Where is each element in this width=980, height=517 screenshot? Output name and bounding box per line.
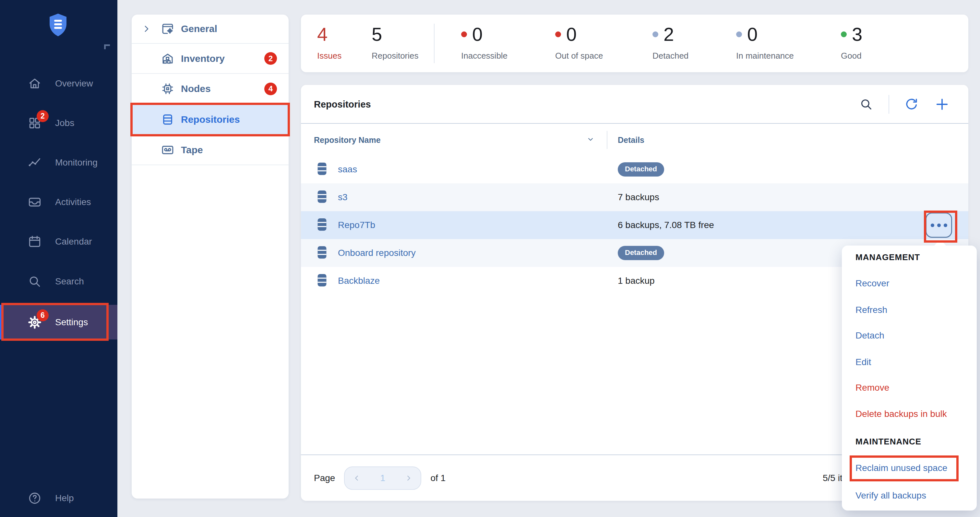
- refresh-icon[interactable]: [904, 96, 920, 113]
- subnav-item-repositories[interactable]: Repositories: [132, 104, 289, 135]
- repository-icon: [317, 217, 328, 233]
- menu-item-edit[interactable]: Edit: [856, 353, 871, 371]
- row-actions-context-menu: MANAGEMENT Recover Refresh Detach Edit R…: [842, 246, 977, 511]
- of-total-label: of 1: [430, 473, 445, 483]
- subnav-item-general[interactable]: General: [132, 14, 289, 44]
- context-menu-section-header: MANAGEMENT: [856, 248, 920, 266]
- repository-icon: [317, 273, 328, 289]
- menu-item-detach[interactable]: Detach: [856, 327, 885, 345]
- menu-item-refresh[interactable]: Refresh: [856, 301, 887, 319]
- status-dot-red: [461, 32, 467, 37]
- subnav-item-nodes[interactable]: Nodes 4: [132, 74, 289, 104]
- repository-details: 6 backups, 7.08 TB free: [618, 220, 714, 230]
- stat-label: Detached: [652, 51, 689, 61]
- column-divider: [607, 131, 608, 149]
- repository-name-link[interactable]: Repo7Tb: [338, 220, 375, 230]
- sidebar-item-search[interactable]: Search: [0, 271, 118, 292]
- menu-item-remove[interactable]: Remove: [856, 379, 889, 397]
- repository-icon: [317, 161, 328, 178]
- column-header-repository-name[interactable]: Repository Name: [314, 135, 381, 145]
- panel-toolbar: [858, 85, 950, 124]
- repository-icon: [317, 245, 328, 261]
- menu-item-reclaim-unused-space[interactable]: Reclaim unused space: [856, 459, 947, 477]
- sidebar-item-jobs[interactable]: 2 Jobs: [0, 113, 118, 134]
- stat-label: Repositories: [372, 51, 418, 61]
- help-circle-icon: [27, 491, 42, 506]
- subnav-item-inventory[interactable]: Inventory 2: [132, 44, 289, 74]
- repository-name-link[interactable]: saas: [338, 164, 357, 174]
- stat-value: 3: [852, 25, 862, 44]
- menu-item-verify-all-backups[interactable]: Verify all backups: [856, 487, 926, 505]
- panel-title: Repositories: [314, 85, 371, 124]
- sidebar-item-label: Activities: [55, 197, 91, 207]
- subnav-item-label: Inventory: [181, 53, 225, 64]
- sidebar-item-help[interactable]: Help: [0, 487, 118, 509]
- panel-header: Repositories: [301, 85, 968, 124]
- stat-label: Inaccessible: [461, 51, 508, 61]
- stat-repositories: 5 Repositories: [372, 25, 418, 61]
- repository-name-link[interactable]: Backblaze: [338, 276, 380, 286]
- stat-inaccessible: 0 Inaccessible: [461, 25, 508, 61]
- table-row[interactable]: s3 7 backups: [301, 183, 968, 211]
- page-label: Page: [314, 473, 335, 483]
- stat-label: Good: [841, 51, 862, 61]
- table-row[interactable]: saas Detached: [301, 155, 968, 183]
- stat-value: 2: [663, 25, 674, 44]
- context-menu-section-header: MAINTENANCE: [856, 433, 921, 450]
- sidebar-item-label: Monitoring: [55, 157, 98, 168]
- stat-value: 0: [747, 25, 757, 44]
- repository-name-link[interactable]: s3: [338, 192, 348, 203]
- plus-icon[interactable]: [934, 96, 950, 113]
- chevron-right-icon[interactable]: [404, 474, 413, 482]
- repository-status-summary: 4 Issues 5 Repositories 0 Inaccessible 0…: [301, 14, 968, 72]
- tape-icon: [160, 143, 175, 157]
- stat-good: 3 Good: [841, 25, 862, 61]
- sidebar-item-label: Jobs: [55, 118, 74, 128]
- collapse-corner-icon[interactable]: [104, 44, 110, 49]
- search-icon[interactable]: [858, 96, 874, 113]
- stat-label: Out of space: [555, 51, 603, 61]
- grid-icon: 2: [27, 116, 42, 130]
- repository-name-link[interactable]: Onboard repository: [338, 248, 416, 258]
- sidebar-item-label: Search: [55, 276, 84, 287]
- sidebar-item-settings[interactable]: 6 Settings: [0, 305, 118, 339]
- table-row-selected[interactable]: Repo7Tb 6 backups, 7.08 TB free: [301, 211, 968, 239]
- home-icon: [27, 76, 42, 91]
- status-badge-detached: Detached: [618, 162, 664, 176]
- stats-divider: [434, 24, 434, 63]
- row-actions-ellipsis-button[interactable]: [926, 213, 952, 238]
- menu-item-recover[interactable]: Recover: [856, 274, 889, 292]
- subnav-item-label: Nodes: [181, 83, 211, 94]
- warehouse-icon: [160, 51, 175, 66]
- chevron-left-icon[interactable]: [353, 474, 361, 482]
- repository-details: 1 backup: [618, 276, 655, 286]
- nodes-badge: 4: [264, 82, 277, 95]
- app-window: Overview 2 Jobs Monitoring: [0, 0, 980, 517]
- gear-icon: 6: [27, 315, 42, 330]
- sidebar-item-overview[interactable]: Overview: [0, 73, 118, 94]
- status-badge-detached: Detached: [618, 246, 664, 260]
- database-icon: [160, 112, 175, 127]
- window-gear-icon: [160, 21, 175, 36]
- column-header-details[interactable]: Details: [618, 135, 644, 145]
- current-page: 1: [380, 473, 386, 483]
- status-dot-red: [555, 32, 561, 37]
- sidebar-item-label: Calendar: [55, 236, 92, 247]
- sort-chevron-down-icon[interactable]: [586, 135, 595, 145]
- calendar-icon: [27, 234, 42, 249]
- settings-badge: 6: [37, 309, 49, 321]
- sidebar-item-calendar[interactable]: Calendar: [0, 231, 118, 252]
- status-dot-slate: [652, 32, 658, 37]
- subnav-item-tape[interactable]: Tape: [132, 135, 289, 165]
- chevron-right-icon[interactable]: [142, 24, 151, 34]
- menu-item-delete-backups-in-bulk[interactable]: Delete backups in bulk: [856, 405, 947, 423]
- primary-sidebar: Overview 2 Jobs Monitoring: [0, 0, 118, 517]
- subnav-item-label: Repositories: [181, 114, 240, 125]
- stat-value: 4: [317, 25, 328, 44]
- repository-icon: [317, 189, 328, 205]
- sidebar-item-monitoring[interactable]: Monitoring: [0, 152, 118, 173]
- sidebar-item-label: Settings: [55, 317, 88, 328]
- chart-icon: [27, 155, 42, 170]
- stat-label: Issues: [317, 51, 342, 61]
- sidebar-item-activities[interactable]: Activities: [0, 192, 118, 213]
